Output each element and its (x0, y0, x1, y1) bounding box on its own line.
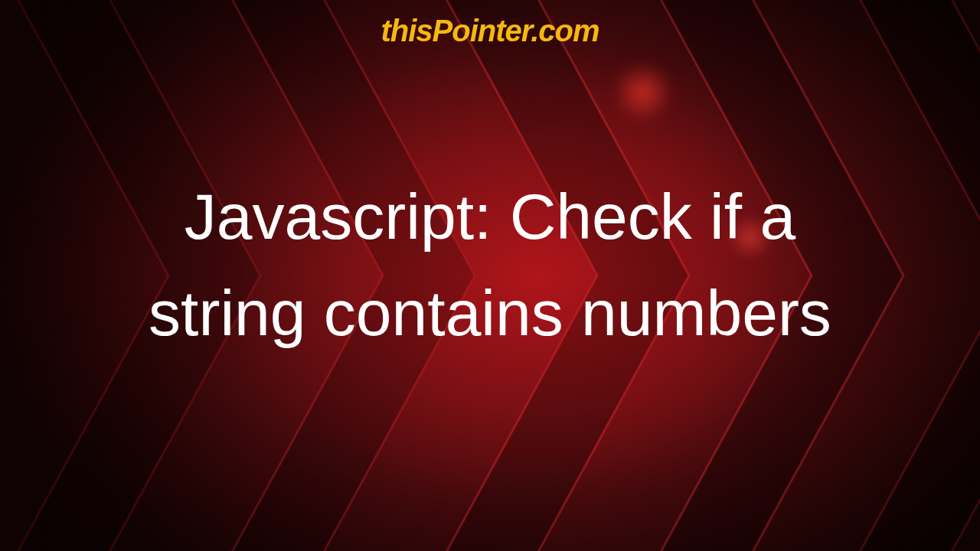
glow-accent (612, 61, 674, 122)
brand-logo: thisPointer.com (381, 14, 599, 48)
page-title: Javascript: Check if a string contains n… (107, 168, 873, 361)
